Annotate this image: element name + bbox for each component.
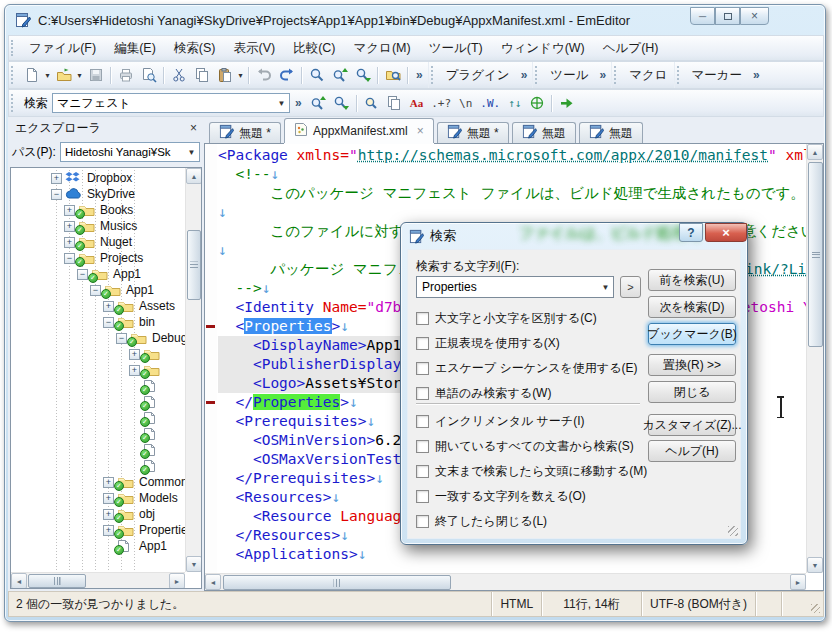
explorer-vscroll-thumb[interactable]	[187, 230, 201, 300]
tab-close-icon[interactable]: ×	[417, 124, 424, 138]
tree-item-assets[interactable]: +✓Assets	[11, 298, 185, 314]
dialog-button-3[interactable]: ブックマーク(B)	[648, 323, 736, 345]
tree-item-properties[interactable]: +✓Properties	[11, 522, 185, 538]
tree-item[interactable]: ✓	[11, 394, 185, 410]
whole-word-icon[interactable]: .W.	[476, 97, 504, 110]
tree-item[interactable]: +✓	[11, 346, 185, 362]
dialog-button-2[interactable]: 次を検索(D)	[648, 296, 736, 318]
tree-item-debug[interactable]: −✓Debug	[11, 330, 185, 346]
checkbox-unchecked-icon[interactable]	[416, 337, 429, 350]
toolbar-group-label[interactable]: プラグイン	[440, 67, 516, 84]
toolbar-group-label[interactable]: マクロ	[623, 67, 673, 84]
tree-item-projects[interactable]: −✓Projects	[11, 250, 185, 266]
toolbar-group-label[interactable]: ツール	[544, 67, 594, 84]
count-matches-icon[interactable]	[525, 92, 548, 114]
tree-item[interactable]: ✓	[11, 426, 185, 442]
toolbar-grip[interactable]	[677, 66, 682, 84]
expand-icon[interactable]: +	[103, 525, 114, 536]
tab-2[interactable]: AppxManifest.xml×	[284, 118, 434, 143]
print-preview-button[interactable]	[137, 64, 160, 86]
tab-4[interactable]: 無題	[512, 122, 576, 143]
chevron-down-icon[interactable]: ▼	[598, 277, 613, 297]
open-dropdown-icon[interactable]: ▾	[75, 71, 84, 80]
menu-item-9[interactable]: ヘルプ(H)	[594, 37, 668, 60]
toolbar-overflow-chevron[interactable]: »	[411, 68, 428, 82]
scroll-down-icon[interactable]: ▼	[807, 557, 823, 573]
explorer-horizontal-scrollbar[interactable]: ◄ ►	[11, 572, 185, 588]
tree-item-skydrive[interactable]: −SkyDrive	[11, 186, 185, 202]
findbar-overflow-chevron[interactable]: »	[290, 96, 307, 110]
escape-sequence-icon[interactable]: \n	[455, 97, 476, 110]
expand-icon[interactable]: +	[64, 205, 75, 216]
bookmark-icon[interactable]	[206, 401, 215, 404]
toolbar-overflow-chevron[interactable]: »	[516, 68, 533, 82]
checkbox-row[interactable]: 単語のみ検索する(W)	[416, 385, 551, 402]
collapse-icon[interactable]: −	[77, 269, 88, 280]
tree-item[interactable]: ✓	[11, 378, 185, 394]
dialog-help-button[interactable]: ?	[679, 223, 703, 242]
cut-button[interactable]	[167, 64, 190, 86]
tree-item-bin[interactable]: −✓bin	[11, 314, 185, 330]
explorer-close-icon[interactable]: ×	[190, 121, 197, 135]
tree-item-app1[interactable]: ✓App1	[11, 538, 185, 554]
tree-item-books[interactable]: +✓Books	[11, 202, 185, 218]
checkbox-row[interactable]: 正規表現を使用する(X)	[416, 335, 560, 352]
collapse-icon[interactable]: −	[90, 285, 101, 296]
expand-icon[interactable]: +	[64, 221, 75, 232]
save-button[interactable]	[84, 64, 107, 86]
find-in-files-button[interactable]	[381, 64, 404, 86]
menu-item-5[interactable]: 比較(C)	[284, 37, 344, 60]
collapse-icon[interactable]: −	[51, 189, 62, 200]
find-previous-button[interactable]	[307, 92, 330, 114]
new-dropdown-icon[interactable]: ▾	[43, 71, 52, 80]
expand-icon[interactable]: +	[51, 173, 62, 184]
tree-item[interactable]: ✓	[11, 410, 185, 426]
dialog-button-6[interactable]: カスタマイズ(Z)...	[648, 414, 736, 436]
checkbox-row[interactable]: インクリメンタル サーチ(I)	[416, 413, 584, 430]
toolbar-grip[interactable]	[614, 66, 619, 84]
tree-item-common[interactable]: +✓Common	[11, 474, 185, 490]
editor-horizontal-scrollbar[interactable]: ◄ ►	[205, 573, 806, 590]
menu-item-4[interactable]: 表示(V)	[224, 37, 284, 60]
resize-grip[interactable]	[807, 592, 823, 616]
expand-icon[interactable]: +	[103, 477, 114, 488]
checkbox-unchecked-icon[interactable]	[416, 440, 429, 453]
toolbar-grip[interactable]	[11, 66, 16, 84]
chevron-down-icon[interactable]: ▼	[184, 143, 199, 161]
editor-vscroll-thumb[interactable]	[808, 162, 823, 347]
scroll-up-icon[interactable]: ▲	[807, 144, 823, 160]
checkbox-row[interactable]: 終了したら閉じる(L)	[416, 513, 547, 530]
dialog-button-4[interactable]: 置換(R) >>	[648, 354, 736, 376]
dialog-close-button[interactable]: ×	[705, 223, 747, 242]
toolbar-grip[interactable]	[11, 40, 16, 57]
print-button[interactable]	[114, 64, 137, 86]
checkbox-row[interactable]: 大文字と小文字を区別する(C)	[416, 310, 597, 327]
scroll-left-icon[interactable]: ◄	[205, 574, 221, 590]
expand-icon[interactable]: +	[64, 237, 75, 248]
path-combobox[interactable]: Hidetoshi Yanagi¥Sk▼	[60, 142, 200, 162]
scroll-right-icon[interactable]: ►	[790, 574, 806, 590]
checkbox-unchecked-icon[interactable]	[416, 465, 429, 478]
menu-item-6[interactable]: マクロ(M)	[345, 37, 420, 60]
scroll-right-icon[interactable]: ►	[169, 573, 185, 589]
menu-item-7[interactable]: ツール(T)	[420, 37, 492, 60]
paste-dropdown-icon[interactable]: ▾	[236, 71, 245, 80]
toolbar-overflow-chevron[interactable]: »	[594, 68, 611, 82]
redo-button[interactable]	[275, 64, 298, 86]
find-previous-button[interactable]	[328, 64, 351, 86]
explorer-hscroll-thumb[interactable]	[28, 574, 86, 588]
expand-icon[interactable]: +	[103, 301, 114, 312]
explorer-vertical-scrollbar[interactable]: ▲ ▼	[185, 168, 201, 572]
jump-icon[interactable]	[555, 92, 578, 114]
collapse-icon[interactable]: −	[103, 317, 114, 328]
menu-item-8[interactable]: ウィンドウ(W)	[492, 37, 594, 60]
checkbox-unchecked-icon[interactable]	[416, 387, 429, 400]
tree-item-obj[interactable]: +✓obj	[11, 506, 185, 522]
expand-icon[interactable]: +	[103, 509, 114, 520]
tree-item[interactable]: ✓	[11, 458, 185, 474]
tree-item[interactable]: +✓	[11, 362, 185, 378]
checkbox-unchecked-icon[interactable]	[416, 362, 429, 375]
scroll-down-icon[interactable]: ▼	[186, 556, 202, 572]
editor-vertical-scrollbar[interactable]: ▲ ▼	[806, 144, 823, 573]
find-next-button[interactable]	[351, 64, 374, 86]
